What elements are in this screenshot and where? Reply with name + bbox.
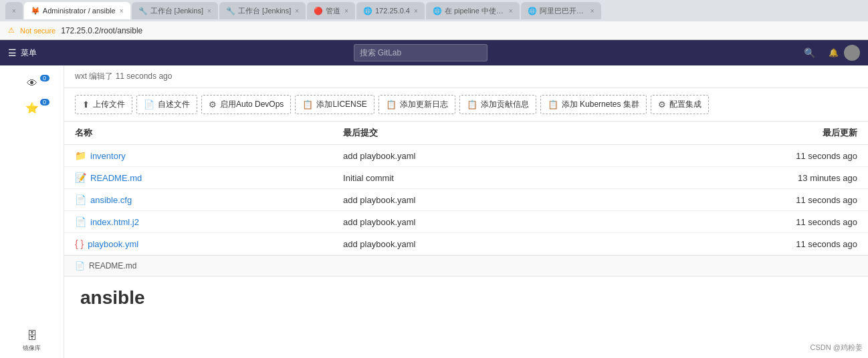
address-url[interactable]: 172.25.0.2/root/ansible — [61, 26, 142, 35]
tab-5-favicon: 🔴 — [314, 7, 322, 15]
table-row: { } playbook.yml add playbook.yaml 11 se… — [64, 233, 868, 255]
main-layout: 👁 0 ⭐ 0 🗄 镜像库 wxt 编辑了 11 seconds ago ⬆ 上… — [0, 65, 868, 358]
registry-label: 镜像库 — [23, 344, 41, 353]
tab-4-label: 工作台 [Jenkins] — [238, 6, 291, 16]
col-time: 最后更新 — [617, 122, 868, 145]
autodevops-button[interactable]: ⚙ 启用Auto DevOps — [201, 95, 291, 114]
upload-file-button[interactable]: ⬆ 上传文件 — [75, 95, 132, 114]
gitlab-header: ☰ 菜单 搜索 GitLab 🔍 🔔 — [0, 40, 868, 65]
notifications-button[interactable]: 🔔 — [829, 48, 839, 57]
kubernetes-label: 添加 Kubernetes 集群 — [562, 99, 639, 110]
tab-8-favicon: 🌐 — [528, 7, 536, 15]
menu-icon: ☰ — [8, 47, 17, 58]
table-row: 📄 index.html.j2 add playbook.yaml 11 sec… — [64, 211, 868, 233]
tab-5-close[interactable]: × — [344, 7, 348, 15]
sidebar-star[interactable]: ⭐ 0 — [12, 96, 52, 120]
time-ago-1: 13 minutes ago — [617, 167, 868, 189]
contributing-icon: 📋 — [467, 100, 477, 110]
autodevops-label: 启用Auto DevOps — [220, 99, 284, 110]
license-label: 添加LICENSE — [316, 99, 366, 110]
tab-3[interactable]: 🔧 工作台 [Jenkins] × — [132, 2, 218, 19]
readme-btn-label: 自述文件 — [158, 99, 190, 110]
tab-6-label: 172.25.0.4 — [375, 7, 410, 15]
file-table: 名称 最后提交 最后更新 📁 inventory add playbook.ya… — [64, 122, 868, 255]
col-commit: 最后提交 — [332, 122, 617, 145]
tab-3-label: 工作台 [Jenkins] — [150, 6, 203, 16]
tab-3-favicon: 🔧 — [138, 7, 146, 15]
security-label: Not secure — [20, 27, 56, 35]
commit-msg-1: Initial commit — [332, 167, 617, 189]
tab-2[interactable]: 🦊 Administrator / ansible × — [24, 2, 130, 19]
search-box[interactable]: 搜索 GitLab — [354, 44, 487, 61]
time-ago-2: 11 seconds ago — [617, 189, 868, 211]
upload-icon: ⬆ — [82, 100, 90, 110]
tab-5[interactable]: 🔴 管道 × — [307, 2, 355, 19]
readme-icon: 📄 — [144, 100, 154, 110]
commit-text: wxt 编辑了 11 seconds ago — [75, 71, 172, 81]
tab-7[interactable]: 🌐 在 pipeline 中使用 | 切… × — [426, 2, 520, 19]
table-row: 📁 inventory add playbook.yaml 11 seconds… — [64, 145, 868, 167]
file-link-0[interactable]: inventory — [90, 151, 126, 161]
commit-msg-0: add playbook.yaml — [332, 145, 617, 167]
table-row: 📝 README.md Initial commit 13 minutes ag… — [64, 167, 868, 189]
tab-4-favicon: 🔧 — [226, 7, 234, 15]
readme-content: ansible — [64, 277, 868, 319]
integration-icon: ⚙ — [658, 100, 666, 110]
kubernetes-button[interactable]: 📋 添加 Kubernetes 集群 — [540, 95, 647, 114]
user-avatar[interactable] — [844, 45, 860, 61]
tab-7-close[interactable]: × — [509, 7, 513, 15]
file-icon-1: 📝 — [75, 172, 86, 183]
commit-msg-3: add playbook.yaml — [332, 211, 617, 233]
readme-title: ansible — [80, 287, 852, 309]
tab-2-favicon: 🦊 — [31, 7, 39, 15]
file-link-1[interactable]: README.md — [90, 173, 142, 183]
tab-8-close[interactable]: × — [590, 7, 594, 15]
readme-file-icon: 📄 — [75, 261, 85, 271]
contributing-button[interactable]: 📋 添加贡献信息 — [459, 95, 536, 114]
readme-button[interactable]: 📄 自述文件 — [136, 95, 197, 114]
file-link-4[interactable]: playbook.yml — [88, 239, 138, 249]
tab-7-favicon: 🌐 — [433, 7, 441, 15]
registry-icon: 🗄 — [27, 330, 37, 342]
action-buttons-row: ⬆ 上传文件 📄 自述文件 ⚙ 启用Auto DevOps 📋 添加LICENS… — [64, 88, 868, 122]
tab-8[interactable]: 🌐 阿里巴巴开源… × — [521, 2, 601, 19]
integration-button[interactable]: ⚙ 配置集成 — [651, 95, 709, 114]
tab-1[interactable]: × — [5, 2, 23, 19]
sidebar: 👁 0 ⭐ 0 🗄 镜像库 — [0, 65, 64, 358]
star-badge: 0 — [40, 99, 49, 106]
changelog-icon: 📋 — [386, 100, 397, 110]
tab-2-close[interactable]: × — [120, 7, 124, 15]
time-ago-3: 11 seconds ago — [617, 211, 868, 233]
tab-8-label: 阿里巴巴开源… — [540, 6, 586, 16]
license-icon: 📋 — [302, 100, 313, 110]
contributing-label: 添加贡献信息 — [481, 99, 529, 110]
autodevops-icon: ⚙ — [209, 100, 217, 110]
tab-6-close[interactable]: × — [414, 7, 418, 15]
integration-label: 配置集成 — [669, 99, 701, 110]
file-icon-4: { } — [75, 238, 84, 249]
tab-4-close[interactable]: × — [295, 7, 299, 15]
file-link-2[interactable]: ansible.cfg — [90, 195, 132, 205]
tab-3-close[interactable]: × — [207, 7, 211, 15]
commit-msg-4: add playbook.yaml — [332, 233, 617, 255]
tab-4[interactable]: 🔧 工作台 [Jenkins] × — [219, 2, 306, 19]
header-right: 🔔 — [829, 45, 860, 61]
changelog-button[interactable]: 📋 添加更新日志 — [378, 95, 455, 114]
file-icon-0: 📁 — [75, 150, 86, 161]
commit-msg-2: add playbook.yaml — [332, 189, 617, 211]
watch-badge: 0 — [40, 75, 49, 81]
license-button[interactable]: 📋 添加LICENSE — [295, 95, 374, 114]
upload-label: 上传文件 — [93, 99, 125, 110]
sidebar-registry[interactable]: 🗄 镜像库 — [12, 325, 52, 358]
search-button[interactable]: 🔍 — [804, 47, 815, 58]
sidebar-watch[interactable]: 👁 0 — [12, 72, 52, 95]
file-link-3[interactable]: index.html.j2 — [90, 217, 139, 227]
tab-6[interactable]: 🌐 172.25.0.4 × — [356, 2, 425, 19]
tab-1-close[interactable]: × — [12, 7, 16, 15]
search-placeholder: 搜索 GitLab — [360, 47, 402, 59]
readme-filename: README.md — [89, 261, 136, 271]
tab-7-label: 在 pipeline 中使用 | 切… — [445, 6, 505, 16]
file-icon-2: 📄 — [75, 194, 86, 205]
menu-button[interactable]: ☰ 菜单 — [8, 47, 37, 59]
watermark: CSDN @鸡粉姜 — [810, 343, 863, 353]
